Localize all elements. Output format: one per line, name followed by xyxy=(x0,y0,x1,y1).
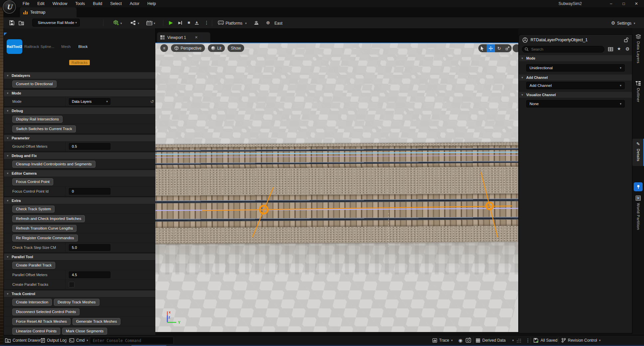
trace-button[interactable]: Trace ▾ xyxy=(432,335,453,345)
mark-close-segments-button[interactable]: Mark Close Segments xyxy=(62,328,107,335)
sidebar-tab-world-partition[interactable]: World Partition xyxy=(632,196,644,230)
content-drawer-button[interactable]: Content Drawer xyxy=(5,335,41,345)
section-mode[interactable]: ▼Mode xyxy=(519,55,632,61)
rotate-tool[interactable]: ↻ xyxy=(495,44,503,52)
generate-track-meshes-button[interactable]: Generate Track Meshes xyxy=(73,318,121,325)
tab-spline[interactable]: Spline... xyxy=(41,45,55,49)
chevron-down-icon[interactable]: ▾ xyxy=(138,22,139,25)
section-debug[interactable]: ▼Debug xyxy=(4,107,155,114)
create-parallel-track-button[interactable]: Create Parallel Track xyxy=(12,262,55,269)
linearize-control-points-button[interactable]: Linearize Control Points xyxy=(12,328,60,335)
menu-select[interactable]: Select xyxy=(106,1,126,6)
create-parallel-tracks-checkbox[interactable] xyxy=(69,282,75,287)
check-track-step-field[interactable]: 5.0 xyxy=(69,244,110,251)
section-datalayers[interactable]: ▼Datalayers xyxy=(4,72,155,79)
menu-actor[interactable]: Actor xyxy=(126,1,143,6)
output-log-button[interactable]: Output Log xyxy=(41,335,67,345)
frame-skip-button[interactable]: ▶ xyxy=(178,21,182,25)
close-icon[interactable]: ✕ xyxy=(195,35,198,40)
tab-block[interactable]: Block xyxy=(78,45,87,49)
editor-mode-selector[interactable]: Simuverse Rail Mode ▾ xyxy=(32,19,80,27)
all-saved-button[interactable]: All Saved xyxy=(534,335,558,345)
display-filter-icon[interactable] xyxy=(608,47,613,51)
pin-button[interactable] xyxy=(634,182,643,191)
console-command-input[interactable] xyxy=(90,337,174,344)
switch-switches-button[interactable]: Switch Switches to Current Track xyxy=(12,125,76,132)
settings-gear-icon[interactable]: ⚙ xyxy=(625,46,630,52)
sidebar-tab-details[interactable]: ✎ Details xyxy=(632,139,644,166)
add-channel-dropdown[interactable]: Add Channel▾ xyxy=(526,82,625,89)
stop-button[interactable]: ■ xyxy=(188,20,190,25)
search-input[interactable] xyxy=(531,47,592,52)
re-register-commandos-button[interactable]: Re Register Console Commandos xyxy=(12,235,78,242)
menu-build[interactable]: Build xyxy=(89,1,106,6)
tab-viewport-1[interactable]: Viewport 1 ✕ xyxy=(157,32,210,43)
reset-to-default-icon[interactable]: ↺ xyxy=(150,99,154,104)
display-rail-intersections-button[interactable]: Display Rail Intersections xyxy=(12,116,63,123)
snapping-toggle[interactable] xyxy=(513,44,518,52)
focus-control-point-button[interactable]: Focus Control Point xyxy=(12,178,53,185)
menu-edit[interactable]: Edit xyxy=(33,1,49,6)
section-parameter[interactable]: ▼Parameter xyxy=(4,135,155,141)
section-extra[interactable]: ▼Extra xyxy=(4,197,155,204)
play-button[interactable]: ▶ xyxy=(169,20,173,25)
revision-control-button[interactable]: Revision Control ▾ xyxy=(562,335,601,345)
settings-button[interactable]: Settings xyxy=(617,21,631,26)
derived-data-button[interactable]: Derived Data ▾ xyxy=(476,335,514,345)
tab-railtool2[interactable]: RailTool2 xyxy=(7,39,22,54)
menu-window[interactable]: Window xyxy=(49,1,71,6)
chevron-down-icon[interactable]: ▾ xyxy=(120,22,122,25)
maximize-button[interactable]: □ xyxy=(617,0,630,7)
section-parallel-tool[interactable]: ▼Parallel Tool xyxy=(4,254,155,260)
section-track-control[interactable]: ▼Track Control xyxy=(4,290,155,297)
section-add-channel[interactable]: ▼Add Channel xyxy=(519,75,632,81)
unreal-logo-icon[interactable]: U xyxy=(3,0,16,14)
viewport-options-menu[interactable]: ≡ xyxy=(160,44,168,52)
content-browser-icon[interactable] xyxy=(19,20,25,25)
play-options-icon[interactable]: ⋮ xyxy=(204,20,209,25)
viewport-scene[interactable]: x z Y ≡ Perspective Lit Show ↻ xyxy=(155,43,518,332)
cmd-button[interactable]: Cmd ▾ xyxy=(69,335,88,345)
railtracks-badge[interactable]: Railtracks xyxy=(69,60,90,65)
mode-dropdown[interactable]: Data Layers▾ xyxy=(69,98,110,105)
eject-button[interactable]: ▲ xyxy=(195,20,199,25)
unlock-icon[interactable] xyxy=(624,37,628,43)
visualize-channel-dropdown[interactable]: None▾ xyxy=(526,100,625,107)
favorites-star-icon[interactable]: ★ xyxy=(617,46,621,51)
create-intersection-button[interactable]: Create Intersection xyxy=(12,299,52,306)
show-flags-menu[interactable]: Show xyxy=(228,44,244,52)
ground-offset-field[interactable]: 0.5 xyxy=(69,143,110,150)
cleanup-invalid-button[interactable]: Cleanup Invalid Controlpoints and Segmen… xyxy=(12,161,95,168)
menu-file[interactable]: File xyxy=(19,1,33,6)
section-mode[interactable]: ▼Mode xyxy=(4,90,155,96)
select-tool[interactable] xyxy=(478,44,487,52)
environment-light-icon[interactable] xyxy=(253,21,259,25)
tab-railtrack[interactable]: Railtrack xyxy=(24,45,39,49)
dot-grid-icon[interactable] xyxy=(517,338,521,343)
move-tool[interactable] xyxy=(487,44,495,52)
force-reset-track-meshes-button[interactable]: Force Reset All Track Meshes xyxy=(12,318,71,325)
insights-record-icon[interactable]: ◉ xyxy=(458,338,462,343)
cinematics-icon[interactable] xyxy=(146,20,152,25)
minimize-button[interactable]: – xyxy=(605,0,617,7)
section-visualize-channel[interactable]: ▼Visualize Channel xyxy=(519,92,632,98)
tab-testmap[interactable]: Testmap xyxy=(20,7,77,17)
sidebar-tab-data-layers[interactable]: Data Layers xyxy=(632,34,644,63)
mode-dropdown[interactable]: Unidirectional▾ xyxy=(526,64,625,72)
chevron-down-icon[interactable]: ▾ xyxy=(154,22,155,25)
section-debug-and-fix[interactable]: ▼Debug and Fix xyxy=(4,152,155,159)
section-editor-camera[interactable]: ▼Editor Camera xyxy=(4,170,155,177)
convert-to-directional-button[interactable]: Convert to Directional xyxy=(12,81,57,87)
tab-mesh[interactable]: Mesh xyxy=(61,45,71,49)
save-icon[interactable] xyxy=(9,20,14,25)
refresh-transition-curves-button[interactable]: Refresh Transition Curve Lengths xyxy=(12,225,77,232)
focus-control-point-id-field[interactable]: 0 xyxy=(69,188,110,195)
check-track-system-button[interactable]: Check Track System xyxy=(12,206,55,213)
details-search[interactable] xyxy=(522,46,604,53)
screenshot-icon[interactable] xyxy=(466,338,471,343)
disconnect-control-points-button[interactable]: Disconnect Selected Control Points xyxy=(12,308,80,315)
perspective-selector[interactable]: Perspective xyxy=(171,44,205,52)
close-button[interactable]: ✕ xyxy=(630,0,643,7)
menu-tools[interactable]: Tools xyxy=(71,1,89,6)
scale-tool[interactable] xyxy=(503,44,512,52)
